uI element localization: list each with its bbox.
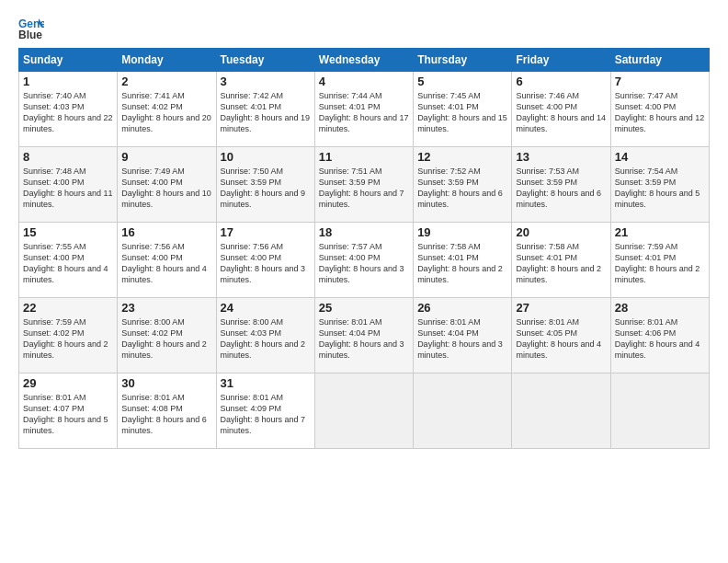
header-cell-thursday: Thursday [414,49,512,72]
day-number: 21 [615,225,705,239]
calendar-week-5: 29 Sunrise: 8:01 AMSunset: 4:07 PMDaylig… [19,373,710,449]
day-number: 28 [615,301,705,315]
cell-content: Sunrise: 7:47 AMSunset: 4:00 PMDaylight:… [615,90,705,135]
calendar-cell: 3 Sunrise: 7:42 AMSunset: 4:01 PMDayligh… [216,72,314,147]
day-number: 27 [516,301,606,315]
cell-content: Sunrise: 7:40 AMSunset: 4:03 PMDaylight:… [23,90,113,135]
cell-content: Sunrise: 7:54 AMSunset: 3:59 PMDaylight:… [615,166,705,211]
calendar-cell: 1 Sunrise: 7:40 AMSunset: 4:03 PMDayligh… [19,72,118,147]
calendar-cell: 5 Sunrise: 7:45 AMSunset: 4:01 PMDayligh… [414,72,512,147]
calendar-cell [610,373,709,449]
day-number: 1 [23,75,113,88]
cell-content: Sunrise: 7:59 AMSunset: 4:02 PMDaylight:… [23,316,113,362]
calendar-cell: 31 Sunrise: 8:01 AMSunset: 4:09 PMDaylig… [216,373,314,449]
calendar-cell: 25 Sunrise: 8:01 AMSunset: 4:04 PMDaylig… [314,298,413,373]
cell-content: Sunrise: 8:01 AMSunset: 4:04 PMDaylight:… [319,316,409,362]
calendar-cell: 29 Sunrise: 8:01 AMSunset: 4:07 PMDaylig… [19,373,118,449]
calendar-week-4: 22 Sunrise: 7:59 AMSunset: 4:02 PMDaylig… [19,298,710,373]
day-number: 4 [319,75,409,88]
day-number: 15 [23,225,113,239]
calendar-cell [512,373,610,449]
day-number: 17 [221,225,311,239]
cell-content: Sunrise: 7:51 AMSunset: 3:59 PMDaylight:… [319,166,409,211]
calendar-cell: 16 Sunrise: 7:56 AMSunset: 4:00 PMDaylig… [118,223,216,298]
day-number: 9 [121,150,211,164]
calendar-cell: 21 Sunrise: 7:59 AMSunset: 4:01 PMDaylig… [610,223,709,298]
day-number: 24 [221,301,311,315]
calendar-cell: 17 Sunrise: 7:56 AMSunset: 4:00 PMDaylig… [216,223,314,298]
day-number: 30 [121,376,211,390]
day-number: 5 [417,75,507,88]
calendar-cell: 26 Sunrise: 8:01 AMSunset: 4:04 PMDaylig… [414,298,512,373]
cell-content: Sunrise: 7:46 AMSunset: 4:00 PMDaylight:… [516,90,606,135]
cell-content: Sunrise: 8:01 AMSunset: 4:08 PMDaylight:… [121,392,211,437]
header-cell-wednesday: Wednesday [314,49,413,72]
header-cell-tuesday: Tuesday [216,49,314,72]
day-number: 7 [615,75,705,88]
calendar-cell: 12 Sunrise: 7:52 AMSunset: 3:59 PMDaylig… [414,147,512,223]
calendar-cell: 13 Sunrise: 7:53 AMSunset: 3:59 PMDaylig… [512,147,610,223]
cell-content: Sunrise: 8:01 AMSunset: 4:06 PMDaylight:… [615,316,705,362]
header-cell-sunday: Sunday [19,49,118,72]
cell-content: Sunrise: 8:01 AMSunset: 4:09 PMDaylight:… [221,392,311,437]
header-cell-friday: Friday [512,49,610,72]
day-number: 29 [23,376,113,390]
cell-content: Sunrise: 7:50 AMSunset: 3:59 PMDaylight:… [221,166,311,211]
day-number: 10 [221,150,311,164]
calendar-week-3: 15 Sunrise: 7:55 AMSunset: 4:00 PMDaylig… [19,223,710,298]
day-number: 2 [121,75,211,88]
cell-content: Sunrise: 7:52 AMSunset: 3:59 PMDaylight:… [417,166,507,211]
cell-content: Sunrise: 8:01 AMSunset: 4:05 PMDaylight:… [516,316,606,362]
calendar-cell: 24 Sunrise: 8:00 AMSunset: 4:03 PMDaylig… [216,298,314,373]
logo: General Blue [18,15,48,40]
calendar: SundayMondayTuesdayWednesdayThursdayFrid… [18,48,710,449]
cell-content: Sunrise: 8:01 AMSunset: 4:04 PMDaylight:… [417,316,507,362]
header: General Blue [18,15,710,40]
cell-content: Sunrise: 7:56 AMSunset: 4:00 PMDaylight:… [221,241,311,286]
day-number: 6 [516,75,606,88]
day-number: 8 [23,150,113,164]
calendar-cell: 8 Sunrise: 7:48 AMSunset: 4:00 PMDayligh… [19,147,118,223]
calendar-cell: 6 Sunrise: 7:46 AMSunset: 4:00 PMDayligh… [512,72,610,147]
calendar-cell: 7 Sunrise: 7:47 AMSunset: 4:00 PMDayligh… [610,72,709,147]
calendar-cell: 11 Sunrise: 7:51 AMSunset: 3:59 PMDaylig… [314,147,413,223]
calendar-cell: 10 Sunrise: 7:50 AMSunset: 3:59 PMDaylig… [216,147,314,223]
cell-content: Sunrise: 7:45 AMSunset: 4:01 PMDaylight:… [417,90,507,135]
day-number: 13 [516,150,606,164]
cell-content: Sunrise: 8:00 AMSunset: 4:03 PMDaylight:… [221,316,311,362]
cell-content: Sunrise: 7:58 AMSunset: 4:01 PMDaylight:… [417,241,507,286]
logo-icon: General Blue [18,15,44,40]
day-number: 11 [319,150,409,164]
day-number: 14 [615,150,705,164]
cell-content: Sunrise: 7:44 AMSunset: 4:01 PMDaylight:… [319,90,409,135]
header-cell-monday: Monday [118,49,216,72]
cell-content: Sunrise: 8:01 AMSunset: 4:07 PMDaylight:… [23,392,113,437]
svg-text:Blue: Blue [18,29,42,40]
calendar-cell: 14 Sunrise: 7:54 AMSunset: 3:59 PMDaylig… [610,147,709,223]
day-number: 20 [516,225,606,239]
calendar-cell [414,373,512,449]
calendar-cell: 20 Sunrise: 7:58 AMSunset: 4:01 PMDaylig… [512,223,610,298]
cell-content: Sunrise: 7:59 AMSunset: 4:01 PMDaylight:… [615,241,705,286]
calendar-cell: 4 Sunrise: 7:44 AMSunset: 4:01 PMDayligh… [314,72,413,147]
cell-content: Sunrise: 7:58 AMSunset: 4:01 PMDaylight:… [516,241,606,286]
day-number: 12 [417,150,507,164]
calendar-cell: 18 Sunrise: 7:57 AMSunset: 4:00 PMDaylig… [314,223,413,298]
cell-content: Sunrise: 7:42 AMSunset: 4:01 PMDaylight:… [221,90,311,135]
day-number: 25 [319,301,409,315]
cell-content: Sunrise: 7:49 AMSunset: 4:00 PMDaylight:… [121,166,211,211]
calendar-cell [314,373,413,449]
calendar-cell: 27 Sunrise: 8:01 AMSunset: 4:05 PMDaylig… [512,298,610,373]
calendar-cell: 22 Sunrise: 7:59 AMSunset: 4:02 PMDaylig… [19,298,118,373]
calendar-header: SundayMondayTuesdayWednesdayThursdayFrid… [19,49,710,72]
cell-content: Sunrise: 7:57 AMSunset: 4:00 PMDaylight:… [319,241,409,286]
cell-content: Sunrise: 7:56 AMSunset: 4:00 PMDaylight:… [121,241,211,286]
calendar-cell: 9 Sunrise: 7:49 AMSunset: 4:00 PMDayligh… [118,147,216,223]
day-number: 18 [319,225,409,239]
calendar-cell: 19 Sunrise: 7:58 AMSunset: 4:01 PMDaylig… [414,223,512,298]
calendar-cell: 30 Sunrise: 8:01 AMSunset: 4:08 PMDaylig… [118,373,216,449]
calendar-week-1: 1 Sunrise: 7:40 AMSunset: 4:03 PMDayligh… [19,72,710,147]
cell-content: Sunrise: 7:48 AMSunset: 4:00 PMDaylight:… [23,166,113,211]
day-number: 3 [221,75,311,88]
day-number: 26 [417,301,507,315]
